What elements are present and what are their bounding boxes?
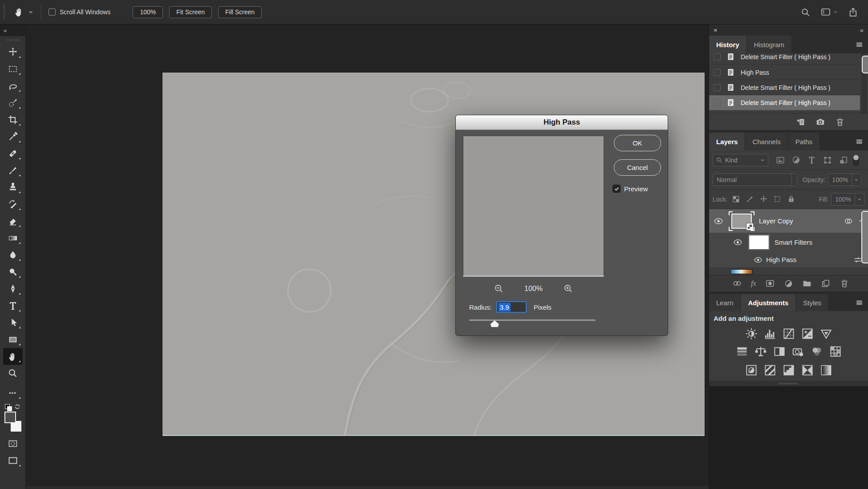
- filter-adjustment-layers-icon[interactable]: [791, 155, 801, 165]
- color-swatches[interactable]: [4, 404, 22, 432]
- lock-position-icon[interactable]: [759, 195, 768, 203]
- new-adjustment-layer-icon[interactable]: [784, 279, 793, 288]
- history-item[interactable]: High Pass: [709, 65, 860, 80]
- toolbar-expand-button[interactable]: »: [0, 24, 25, 36]
- fill-dropdown[interactable]: 100%: [831, 193, 864, 206]
- tool-move[interactable]: [3, 44, 23, 61]
- tool-history-brush[interactable]: [3, 196, 23, 213]
- lock-transparency-icon[interactable]: [732, 195, 740, 203]
- opacity-dropdown[interactable]: 100%: [828, 174, 861, 186]
- preview-checkbox[interactable]: [612, 185, 621, 193]
- toolbar-grip[interactable]: [7, 39, 19, 41]
- tab-histogram[interactable]: Histogram: [747, 36, 792, 53]
- tool-type[interactable]: [3, 297, 23, 314]
- new-group-icon[interactable]: [802, 279, 812, 288]
- tool-brush[interactable]: [3, 162, 23, 179]
- lock-pixels-icon[interactable]: [746, 195, 754, 203]
- add-layer-mask-icon[interactable]: [765, 279, 775, 288]
- panel-close-icon[interactable]: ×: [714, 26, 718, 34]
- share-icon[interactable]: [848, 7, 858, 17]
- hue-saturation-icon[interactable]: [735, 345, 749, 358]
- layers-scrollbar-thumb[interactable]: [861, 211, 868, 263]
- tab-adjustments[interactable]: Adjustments: [741, 294, 796, 311]
- cancel-button[interactable]: Cancel: [614, 159, 661, 176]
- filter-mask-thumbnail[interactable]: [749, 235, 769, 250]
- layer-row-selected[interactable]: Layer Copy: [709, 209, 868, 233]
- tool-quick-select[interactable]: [3, 94, 23, 111]
- tool-shape[interactable]: [3, 331, 23, 348]
- tool-pen[interactable]: [3, 280, 23, 297]
- history-item[interactable]: Delete Smart Filter ( High Pass ): [709, 53, 860, 65]
- history-scrollbar-thumb[interactable]: [862, 56, 868, 73]
- panel-resize-grip[interactable]: [709, 381, 868, 386]
- delete-layer-icon[interactable]: [840, 279, 849, 288]
- dialog-preview-area[interactable]: [463, 136, 604, 277]
- brightness-contrast-icon[interactable]: [745, 327, 758, 340]
- filter-shape-layers-icon[interactable]: [823, 155, 832, 165]
- selective-color-icon[interactable]: [819, 364, 833, 377]
- kind-filter-dropdown[interactable]: Kind: [713, 154, 768, 166]
- layer-filter-toggle[interactable]: [853, 154, 859, 166]
- filter-smart-objects-icon[interactable]: [839, 155, 848, 165]
- radius-slider[interactable]: [469, 316, 596, 328]
- history-source-checkbox[interactable]: [714, 53, 721, 61]
- tool-hand[interactable]: [3, 348, 23, 365]
- tool-eraser[interactable]: [3, 213, 23, 230]
- toolbar-ellipsis-button[interactable]: •••: [3, 384, 23, 401]
- options-bar-grip[interactable]: [3, 4, 5, 20]
- lock-all-icon[interactable]: [787, 195, 795, 203]
- scroll-all-windows-checkbox[interactable]: [49, 8, 56, 16]
- black-white-icon[interactable]: [773, 345, 786, 358]
- photo-filter-icon[interactable]: [791, 345, 805, 358]
- history-item[interactable]: Delete Smart Filter ( High Pass ): [709, 80, 860, 95]
- visibility-eye-icon[interactable]: [714, 216, 723, 226]
- blend-mode-dropdown[interactable]: Normal: [713, 174, 797, 186]
- color-balance-icon[interactable]: [754, 345, 767, 358]
- tab-layers[interactable]: Layers: [709, 133, 745, 150]
- high-pass-filter-label[interactable]: High Pass: [766, 256, 796, 263]
- tool-eyedropper[interactable]: [3, 128, 23, 145]
- fit-screen-button[interactable]: Fit Screen: [169, 6, 212, 18]
- swap-colors-icon[interactable]: [14, 403, 21, 410]
- threshold-icon[interactable]: [782, 364, 795, 377]
- smart-filters-row[interactable]: Smart Filters: [709, 233, 868, 252]
- quick-mask-button[interactable]: [3, 435, 23, 452]
- dialog-title[interactable]: High Pass: [456, 115, 668, 130]
- radius-input[interactable]: 3.9: [496, 301, 527, 313]
- visibility-eye-icon[interactable]: [733, 238, 742, 247]
- radius-slider-track[interactable]: [469, 319, 596, 321]
- tool-clone-stamp[interactable]: [3, 179, 23, 196]
- search-icon[interactable]: [800, 7, 811, 17]
- chevron-down-icon[interactable]: [28, 9, 34, 15]
- vibrance-icon[interactable]: [819, 327, 833, 340]
- tab-styles[interactable]: Styles: [796, 294, 829, 311]
- tool-dodge[interactable]: [3, 263, 23, 280]
- exposure-icon[interactable]: [801, 327, 814, 340]
- visibility-eye-icon[interactable]: [754, 255, 763, 264]
- ok-button[interactable]: OK: [614, 135, 661, 151]
- layer-style-fx-icon[interactable]: fx: [751, 279, 756, 287]
- high-pass-filter-row[interactable]: High Pass: [709, 252, 868, 268]
- panel-collapse-icon[interactable]: «: [860, 26, 864, 34]
- zoom-in-icon[interactable]: [563, 283, 573, 294]
- new-snapshot-icon[interactable]: [815, 117, 825, 127]
- delete-state-icon[interactable]: [835, 117, 845, 127]
- layers-scrollbar[interactable]: [861, 211, 867, 268]
- screen-mode-button[interactable]: [3, 452, 23, 469]
- tab-history[interactable]: History: [709, 36, 747, 53]
- workspace-icon[interactable]: [820, 7, 831, 17]
- curves-icon[interactable]: [782, 327, 795, 340]
- tool-marquee[interactable]: [3, 61, 23, 77]
- foreground-color-swatch[interactable]: [4, 412, 16, 423]
- tool-healing-brush[interactable]: [3, 145, 23, 162]
- tab-channels[interactable]: Channels: [745, 133, 788, 150]
- chevron-down-icon[interactable]: [833, 9, 838, 15]
- filter-pixel-layers-icon[interactable]: [775, 155, 785, 165]
- panel-menu-icon[interactable]: [855, 40, 864, 49]
- fill-screen-button[interactable]: Fill Screen: [218, 6, 262, 18]
- filter-type-layers-icon[interactable]: [807, 155, 816, 165]
- tool-lasso[interactable]: [3, 77, 23, 94]
- tool-crop[interactable]: [3, 111, 23, 128]
- history-source-checkbox[interactable]: [714, 69, 721, 76]
- invert-icon[interactable]: [745, 364, 758, 377]
